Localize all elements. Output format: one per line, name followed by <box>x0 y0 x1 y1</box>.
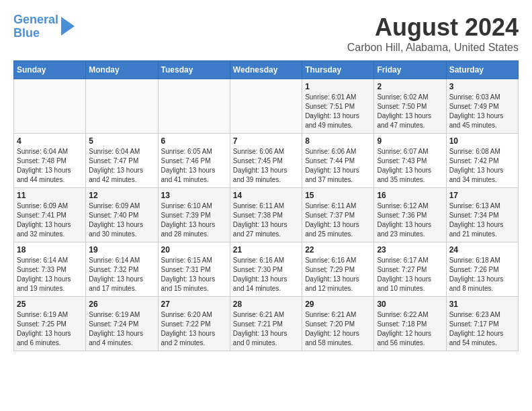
calendar-cell: 2Sunrise: 6:02 AM Sunset: 7:50 PM Daylig… <box>374 79 446 134</box>
day-info: Sunrise: 6:14 AM Sunset: 7:32 PM Dayligh… <box>89 256 154 293</box>
page-header: General Blue August 2024 Carbon Hill, Al… <box>13 13 519 54</box>
calendar-cell: 25Sunrise: 6:19 AM Sunset: 7:25 PM Dayli… <box>14 297 86 351</box>
calendar-cell: 24Sunrise: 6:18 AM Sunset: 7:26 PM Dayli… <box>446 242 518 297</box>
day-number: 30 <box>377 300 443 309</box>
day-number: 28 <box>233 300 299 309</box>
day-info: Sunrise: 6:01 AM Sunset: 7:51 PM Dayligh… <box>305 93 371 130</box>
day-info: Sunrise: 6:23 AM Sunset: 7:17 PM Dayligh… <box>449 310 515 348</box>
calendar-cell: 12Sunrise: 6:09 AM Sunset: 7:40 PM Dayli… <box>86 188 158 242</box>
weekday-header-friday: Friday <box>374 61 446 79</box>
calendar-cell: 21Sunrise: 6:16 AM Sunset: 7:30 PM Dayli… <box>230 242 302 297</box>
day-number: 9 <box>377 136 443 146</box>
day-info: Sunrise: 6:05 AM Sunset: 7:46 PM Dayligh… <box>161 147 227 185</box>
day-info: Sunrise: 6:15 AM Sunset: 7:31 PM Dayligh… <box>161 256 227 293</box>
day-info: Sunrise: 6:17 AM Sunset: 7:27 PM Dayligh… <box>377 256 443 293</box>
logo-arrow-icon <box>61 17 75 36</box>
calendar-cell: 17Sunrise: 6:13 AM Sunset: 7:34 PM Dayli… <box>446 188 518 242</box>
logo: General Blue <box>13 13 75 40</box>
logo-text: General Blue <box>13 13 58 40</box>
day-info: Sunrise: 6:06 AM Sunset: 7:45 PM Dayligh… <box>233 147 299 185</box>
calendar-cell: 23Sunrise: 6:17 AM Sunset: 7:27 PM Dayli… <box>374 242 446 297</box>
day-number: 26 <box>89 300 154 309</box>
page-subtitle: Carbon Hill, Alabama, United States <box>347 42 519 54</box>
logo-blue: Blue <box>13 26 40 40</box>
day-info: Sunrise: 6:12 AM Sunset: 7:36 PM Dayligh… <box>377 201 443 239</box>
weekday-header-monday: Monday <box>86 61 158 79</box>
weekday-header-wednesday: Wednesday <box>230 61 302 79</box>
day-number: 12 <box>89 191 154 200</box>
day-info: Sunrise: 6:09 AM Sunset: 7:40 PM Dayligh… <box>89 201 154 239</box>
weekday-header-sunday: Sunday <box>14 61 86 79</box>
day-number: 14 <box>233 191 299 200</box>
day-number: 25 <box>17 300 83 309</box>
day-number: 1 <box>305 82 371 91</box>
calendar-header: SundayMondayTuesdayWednesdayThursdayFrid… <box>14 61 519 79</box>
calendar-cell: 19Sunrise: 6:14 AM Sunset: 7:32 PM Dayli… <box>86 242 158 297</box>
calendar-cell: 28Sunrise: 6:21 AM Sunset: 7:21 PM Dayli… <box>230 297 302 351</box>
calendar-cell: 26Sunrise: 6:19 AM Sunset: 7:24 PM Dayli… <box>86 297 158 351</box>
day-number: 6 <box>161 136 227 146</box>
calendar-cell: 31Sunrise: 6:23 AM Sunset: 7:17 PM Dayli… <box>446 297 518 351</box>
day-number: 20 <box>161 245 227 255</box>
day-info: Sunrise: 6:08 AM Sunset: 7:42 PM Dayligh… <box>449 147 515 185</box>
day-info: Sunrise: 6:07 AM Sunset: 7:43 PM Dayligh… <box>377 147 443 185</box>
day-info: Sunrise: 6:10 AM Sunset: 7:39 PM Dayligh… <box>161 201 227 239</box>
calendar-table: SundayMondayTuesdayWednesdayThursdayFrid… <box>13 60 519 351</box>
day-number: 29 <box>305 300 371 309</box>
calendar-week-1: 1Sunrise: 6:01 AM Sunset: 7:51 PM Daylig… <box>14 79 519 134</box>
day-info: Sunrise: 6:19 AM Sunset: 7:25 PM Dayligh… <box>17 310 83 348</box>
day-info: Sunrise: 6:11 AM Sunset: 7:37 PM Dayligh… <box>305 201 371 239</box>
calendar-cell: 8Sunrise: 6:06 AM Sunset: 7:44 PM Daylig… <box>302 134 374 188</box>
calendar-cell <box>158 79 230 134</box>
day-number: 10 <box>449 136 515 146</box>
day-number: 4 <box>17 136 83 146</box>
day-info: Sunrise: 6:14 AM Sunset: 7:33 PM Dayligh… <box>17 256 83 293</box>
calendar-cell: 27Sunrise: 6:20 AM Sunset: 7:22 PM Dayli… <box>158 297 230 351</box>
day-number: 2 <box>377 82 443 91</box>
calendar-cell: 15Sunrise: 6:11 AM Sunset: 7:37 PM Dayli… <box>302 188 374 242</box>
day-number: 31 <box>449 300 515 309</box>
day-number: 18 <box>17 245 83 255</box>
title-section: August 2024 Carbon Hill, Alabama, United… <box>347 13 519 54</box>
day-number: 21 <box>233 245 299 255</box>
day-number: 5 <box>89 136 154 146</box>
calendar-cell: 9Sunrise: 6:07 AM Sunset: 7:43 PM Daylig… <box>374 134 446 188</box>
calendar-cell: 4Sunrise: 6:04 AM Sunset: 7:48 PM Daylig… <box>14 134 86 188</box>
day-info: Sunrise: 6:03 AM Sunset: 7:49 PM Dayligh… <box>449 93 515 130</box>
calendar-cell: 11Sunrise: 6:09 AM Sunset: 7:41 PM Dayli… <box>14 188 86 242</box>
day-info: Sunrise: 6:20 AM Sunset: 7:22 PM Dayligh… <box>161 310 227 348</box>
calendar-cell: 3Sunrise: 6:03 AM Sunset: 7:49 PM Daylig… <box>446 79 518 134</box>
calendar-cell: 5Sunrise: 6:04 AM Sunset: 7:47 PM Daylig… <box>86 134 158 188</box>
day-number: 19 <box>89 245 154 255</box>
weekday-header-thursday: Thursday <box>302 61 374 79</box>
calendar-week-5: 25Sunrise: 6:19 AM Sunset: 7:25 PM Dayli… <box>14 297 519 351</box>
day-number: 3 <box>449 82 515 91</box>
calendar-cell: 30Sunrise: 6:22 AM Sunset: 7:18 PM Dayli… <box>374 297 446 351</box>
day-number: 13 <box>161 191 227 200</box>
day-info: Sunrise: 6:18 AM Sunset: 7:26 PM Dayligh… <box>449 256 515 293</box>
calendar-cell: 14Sunrise: 6:11 AM Sunset: 7:38 PM Dayli… <box>230 188 302 242</box>
calendar-week-3: 11Sunrise: 6:09 AM Sunset: 7:41 PM Dayli… <box>14 188 519 242</box>
day-info: Sunrise: 6:04 AM Sunset: 7:48 PM Dayligh… <box>17 147 83 185</box>
calendar-cell: 7Sunrise: 6:06 AM Sunset: 7:45 PM Daylig… <box>230 134 302 188</box>
logo-general: General <box>13 13 58 26</box>
calendar-cell: 1Sunrise: 6:01 AM Sunset: 7:51 PM Daylig… <box>302 79 374 134</box>
calendar-cell: 18Sunrise: 6:14 AM Sunset: 7:33 PM Dayli… <box>14 242 86 297</box>
day-info: Sunrise: 6:22 AM Sunset: 7:18 PM Dayligh… <box>377 310 443 348</box>
day-info: Sunrise: 6:02 AM Sunset: 7:50 PM Dayligh… <box>377 93 443 130</box>
day-number: 15 <box>305 191 371 200</box>
calendar-cell: 29Sunrise: 6:21 AM Sunset: 7:20 PM Dayli… <box>302 297 374 351</box>
day-info: Sunrise: 6:21 AM Sunset: 7:21 PM Dayligh… <box>233 310 299 348</box>
calendar-cell <box>86 79 158 134</box>
calendar-cell: 13Sunrise: 6:10 AM Sunset: 7:39 PM Dayli… <box>158 188 230 242</box>
day-number: 24 <box>449 245 515 255</box>
weekday-header-tuesday: Tuesday <box>158 61 230 79</box>
calendar-cell: 20Sunrise: 6:15 AM Sunset: 7:31 PM Dayli… <box>158 242 230 297</box>
day-info: Sunrise: 6:09 AM Sunset: 7:41 PM Dayligh… <box>17 201 83 239</box>
calendar-cell: 22Sunrise: 6:16 AM Sunset: 7:29 PM Dayli… <box>302 242 374 297</box>
day-number: 7 <box>233 136 299 146</box>
calendar-cell <box>230 79 302 134</box>
calendar-week-4: 18Sunrise: 6:14 AM Sunset: 7:33 PM Dayli… <box>14 242 519 297</box>
day-info: Sunrise: 6:21 AM Sunset: 7:20 PM Dayligh… <box>305 310 371 348</box>
page-title: August 2024 <box>347 13 519 42</box>
